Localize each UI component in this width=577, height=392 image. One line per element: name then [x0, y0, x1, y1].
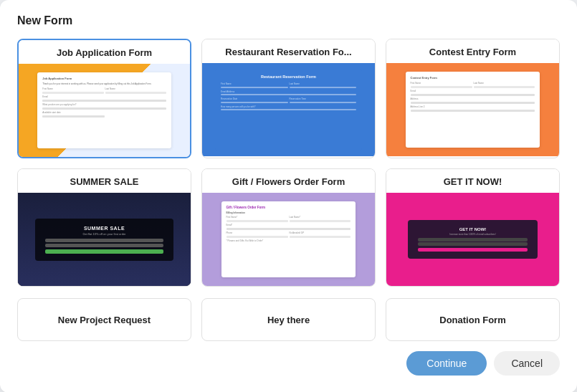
cancel-button[interactable]: Cancel: [494, 351, 560, 376]
card-title-restaurant: Restaurant Reservation Fo...: [202, 39, 375, 63]
card-gift-flowers[interactable]: Gift / Flowers Order Form Gift / Flowers…: [201, 168, 376, 287]
inner-dark-getit: GET IT NOW! Increase more than 1000% of …: [408, 220, 538, 259]
card-new-project-request[interactable]: New Project Request: [17, 298, 191, 341]
preview-bg-job: Job Application Form Thank you for your …: [19, 64, 190, 157]
bottom-card-grid: New Project Request Hey there Donation F…: [17, 298, 560, 341]
card-title-summer: SUMMER SALE: [18, 169, 191, 193]
new-form-dialog: New Form Job Application Form Job Applic…: [0, 0, 577, 392]
preview-bg-gift: Gift / Flowers Order Form Billing Inform…: [202, 193, 375, 286]
card-preview-restaurant: Restaurant Reservation Form First Name L…: [202, 63, 375, 156]
card-preview-contest: Contest Entry Form First Name Last Name …: [386, 63, 559, 156]
card-get-it-now[interactable]: GET IT NOW! GET IT NOW! Increase more th…: [386, 168, 560, 287]
card-preview-job: Job Application Form Thank you for your …: [19, 64, 190, 157]
preview-bg-restaurant: Restaurant Reservation Form First Name L…: [202, 63, 375, 156]
card-job-application[interactable]: Job Application Form Job Application For…: [17, 39, 191, 158]
inner-form-gift: Gift / Flowers Order Form Billing Inform…: [221, 201, 356, 278]
footer-actions: Continue Cancel: [17, 351, 560, 376]
template-grid: Job Application Form Job Application For…: [17, 39, 560, 287]
card-hey-there[interactable]: Hey there: [201, 298, 376, 341]
preview-bg-getit: GET IT NOW! Increase more than 1000% of …: [386, 193, 559, 286]
card-title-gift: Gift / Flowers Order Form: [202, 169, 375, 193]
card-title-getit: GET IT NOW!: [386, 169, 559, 193]
card-contest[interactable]: Contest Entry Form Contest Entry Form Fi…: [386, 39, 560, 158]
inner-dark-summer: SUMMER SALE Get flat 10% off on your fir…: [35, 219, 173, 261]
card-preview-summer: SUMMER SALE Get flat 10% off on your fir…: [18, 193, 191, 286]
card-title-new-project: New Project Request: [52, 309, 156, 331]
card-restaurant[interactable]: Restaurant Reservation Fo... Restaurant …: [201, 39, 376, 158]
card-donation-form[interactable]: Donation Form: [386, 298, 560, 341]
card-title-contest: Contest Entry Form: [386, 39, 559, 63]
inner-form-restaurant: Restaurant Reservation Form First Name L…: [215, 69, 362, 150]
card-title-job: Job Application Form: [19, 40, 190, 64]
inner-form-job: Job Application Form Thank you for your …: [37, 72, 171, 149]
card-summer-sale[interactable]: SUMMER SALE SUMMER SALE Get flat 10% off…: [17, 168, 191, 287]
inner-form-contest: Contest Entry Form First Name Last Name …: [406, 72, 540, 148]
preview-bg-summer: SUMMER SALE Get flat 10% off on your fir…: [18, 193, 191, 286]
card-preview-getit: GET IT NOW! Increase more than 1000% of …: [386, 193, 559, 286]
dialog-title: New Form: [17, 14, 560, 27]
card-preview-gift: Gift / Flowers Order Form Billing Inform…: [202, 193, 375, 286]
preview-bg-contest: Contest Entry Form First Name Last Name …: [386, 63, 559, 156]
continue-button[interactable]: Continue: [406, 351, 487, 376]
card-title-hey-there: Hey there: [262, 309, 315, 331]
card-title-donation: Donation Form: [434, 309, 511, 331]
